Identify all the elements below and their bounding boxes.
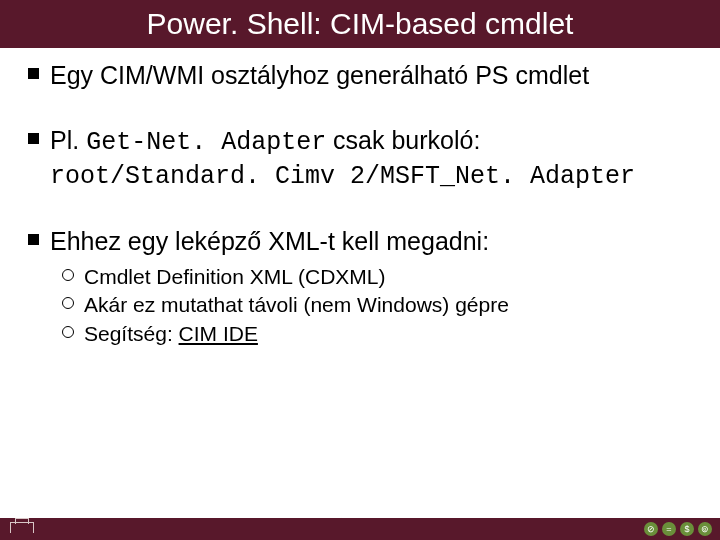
sub-bullet-pre: Segítség:	[84, 322, 179, 345]
badge-icon: ⊘	[644, 522, 658, 536]
code-inline: Get-Net. Adapter	[86, 128, 326, 157]
sub-bullet-item: Segítség: CIM IDE	[60, 320, 698, 348]
sub-bullet-item: Cmdlet Definition XML (CDXML)	[60, 263, 698, 291]
bullet-item: Ehhez egy leképző XML-t kell megadni: Cm…	[22, 226, 698, 348]
badge-icon: ⊚	[698, 522, 712, 536]
sub-bullet-text: Cmdlet Definition XML (CDXML)	[84, 265, 385, 288]
footer-bar: ⊘ = $ ⊚	[0, 518, 720, 540]
link-cim-ide[interactable]: CIM IDE	[179, 322, 258, 345]
bullet-item: Pl. Get-Net. Adapter csak burkoló: root/…	[22, 125, 698, 192]
bullet-text-mid: csak burkoló:	[326, 126, 480, 154]
footer-badges: ⊘ = $ ⊚	[644, 522, 712, 536]
slide: Power. Shell: CIM-based cmdlet Egy CIM/W…	[0, 0, 720, 540]
bullet-text: Egy CIM/WMI osztályhoz generálható PS cm…	[50, 61, 589, 89]
sub-bullet-text: Akár ez mutathat távoli (nem Windows) gé…	[84, 293, 509, 316]
code-inline: root/Standard. Cimv 2/MSFT_Net. Adapter	[50, 162, 635, 191]
bullet-text: Ehhez egy leképző XML-t kell megadni:	[50, 227, 489, 255]
slide-title: Power. Shell: CIM-based cmdlet	[147, 0, 574, 48]
building-icon	[10, 522, 34, 533]
bullet-item: Egy CIM/WMI osztályhoz generálható PS cm…	[22, 60, 698, 91]
sub-bullet-item: Akár ez mutathat távoli (nem Windows) gé…	[60, 291, 698, 319]
badge-icon: =	[662, 522, 676, 536]
badge-icon: $	[680, 522, 694, 536]
footer-logo	[4, 520, 64, 538]
sub-bullet-list: Cmdlet Definition XML (CDXML) Akár ez mu…	[60, 263, 698, 348]
bullet-text-pre: Pl.	[50, 126, 86, 154]
bullet-list: Egy CIM/WMI osztályhoz generálható PS cm…	[22, 60, 698, 348]
slide-title-bar: Power. Shell: CIM-based cmdlet	[0, 0, 720, 48]
slide-content: Egy CIM/WMI osztályhoz generálható PS cm…	[0, 48, 720, 348]
